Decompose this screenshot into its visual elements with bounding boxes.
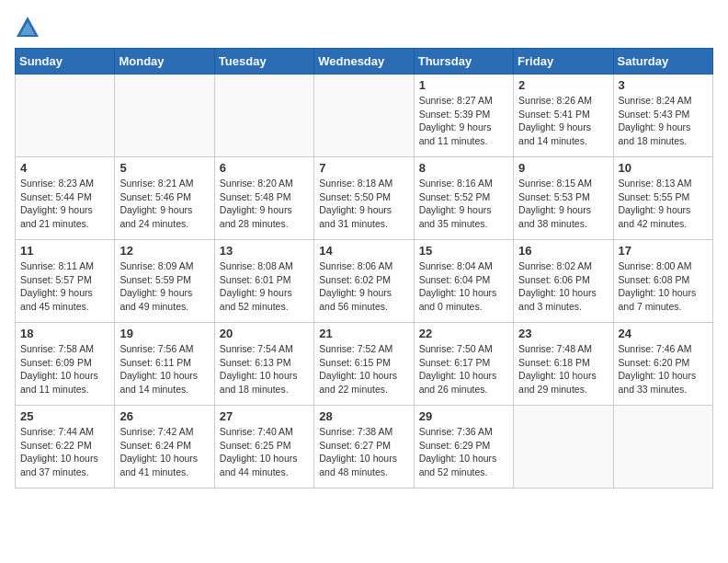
day-of-week-header: Monday bbox=[115, 49, 214, 75]
calendar-cell: 18Sunrise: 7:58 AM Sunset: 6:09 PM Dayli… bbox=[16, 323, 115, 406]
calendar-cell: 21Sunrise: 7:52 AM Sunset: 6:15 PM Dayli… bbox=[314, 323, 414, 406]
calendar-week-row: 1Sunrise: 8:27 AM Sunset: 5:39 PM Daylig… bbox=[16, 75, 713, 157]
day-info: Sunrise: 8:18 AM Sunset: 5:50 PM Dayligh… bbox=[319, 177, 408, 231]
day-number: 3 bbox=[619, 78, 708, 92]
day-number: 17 bbox=[619, 244, 708, 258]
calendar-cell bbox=[514, 406, 613, 488]
day-number: 26 bbox=[119, 409, 209, 423]
day-number: 7 bbox=[319, 161, 408, 175]
day-number: 4 bbox=[20, 161, 109, 175]
calendar-cell: 8Sunrise: 8:16 AM Sunset: 5:52 PM Daylig… bbox=[414, 157, 513, 240]
calendar-cell: 22Sunrise: 7:50 AM Sunset: 6:17 PM Dayli… bbox=[414, 323, 513, 406]
day-of-week-header: Tuesday bbox=[214, 49, 313, 75]
calendar-week-row: 18Sunrise: 7:58 AM Sunset: 6:09 PM Dayli… bbox=[16, 323, 713, 406]
calendar-cell: 12Sunrise: 8:09 AM Sunset: 5:59 PM Dayli… bbox=[115, 240, 214, 323]
calendar-table: SundayMondayTuesdayWednesdayThursdayFrid… bbox=[15, 48, 713, 488]
day-number: 22 bbox=[419, 327, 508, 340]
day-info: Sunrise: 7:52 AM Sunset: 6:15 PM Dayligh… bbox=[319, 342, 408, 396]
day-info: Sunrise: 8:06 AM Sunset: 6:02 PM Dayligh… bbox=[319, 259, 408, 314]
day-number: 21 bbox=[319, 327, 408, 340]
day-number: 23 bbox=[518, 327, 608, 340]
day-info: Sunrise: 7:36 AM Sunset: 6:29 PM Dayligh… bbox=[419, 425, 508, 479]
calendar-cell: 10Sunrise: 8:13 AM Sunset: 5:55 PM Dayli… bbox=[613, 157, 712, 240]
day-number: 25 bbox=[20, 409, 109, 423]
day-info: Sunrise: 8:21 AM Sunset: 5:46 PM Dayligh… bbox=[119, 177, 209, 231]
day-info: Sunrise: 8:13 AM Sunset: 5:55 PM Dayligh… bbox=[619, 177, 708, 231]
calendar-week-row: 11Sunrise: 8:11 AM Sunset: 5:57 PM Dayli… bbox=[16, 240, 713, 323]
calendar-cell: 6Sunrise: 8:20 AM Sunset: 5:48 PM Daylig… bbox=[214, 157, 313, 240]
day-info: Sunrise: 8:04 AM Sunset: 6:04 PM Dayligh… bbox=[419, 259, 508, 314]
day-info: Sunrise: 7:56 AM Sunset: 6:11 PM Dayligh… bbox=[119, 342, 209, 396]
day-info: Sunrise: 8:24 AM Sunset: 5:43 PM Dayligh… bbox=[619, 94, 708, 148]
day-number: 11 bbox=[20, 244, 109, 258]
calendar-cell: 20Sunrise: 7:54 AM Sunset: 6:13 PM Dayli… bbox=[214, 323, 313, 406]
day-number: 2 bbox=[518, 78, 608, 92]
day-info: Sunrise: 8:09 AM Sunset: 5:59 PM Dayligh… bbox=[119, 259, 209, 314]
day-number: 14 bbox=[319, 244, 408, 258]
day-number: 8 bbox=[419, 161, 508, 175]
calendar-week-row: 4Sunrise: 8:23 AM Sunset: 5:44 PM Daylig… bbox=[16, 157, 713, 240]
calendar-cell: 26Sunrise: 7:42 AM Sunset: 6:24 PM Dayli… bbox=[115, 406, 214, 488]
day-of-week-header: Thursday bbox=[414, 49, 513, 75]
calendar-cell: 11Sunrise: 8:11 AM Sunset: 5:57 PM Dayli… bbox=[16, 240, 115, 323]
calendar-cell: 28Sunrise: 7:38 AM Sunset: 6:27 PM Dayli… bbox=[314, 406, 414, 488]
day-info: Sunrise: 7:38 AM Sunset: 6:27 PM Dayligh… bbox=[319, 425, 408, 479]
calendar-cell: 3Sunrise: 8:24 AM Sunset: 5:43 PM Daylig… bbox=[613, 75, 712, 157]
day-number: 27 bbox=[220, 409, 309, 423]
calendar-cell: 5Sunrise: 8:21 AM Sunset: 5:46 PM Daylig… bbox=[115, 157, 214, 240]
day-info: Sunrise: 8:00 AM Sunset: 6:08 PM Dayligh… bbox=[619, 259, 708, 314]
page-header bbox=[15, 15, 713, 40]
logo bbox=[15, 15, 46, 40]
day-number: 1 bbox=[419, 78, 508, 92]
day-number: 9 bbox=[518, 161, 608, 175]
calendar-cell bbox=[115, 75, 214, 157]
calendar-cell: 4Sunrise: 8:23 AM Sunset: 5:44 PM Daylig… bbox=[16, 157, 115, 240]
day-number: 15 bbox=[419, 244, 508, 258]
day-number: 10 bbox=[619, 161, 708, 175]
day-info: Sunrise: 8:20 AM Sunset: 5:48 PM Dayligh… bbox=[220, 177, 309, 231]
day-number: 24 bbox=[619, 327, 708, 340]
day-of-week-header: Saturday bbox=[613, 49, 712, 75]
calendar-cell bbox=[314, 75, 414, 157]
calendar-cell: 24Sunrise: 7:46 AM Sunset: 6:20 PM Dayli… bbox=[613, 323, 712, 406]
day-info: Sunrise: 7:44 AM Sunset: 6:22 PM Dayligh… bbox=[20, 425, 109, 479]
calendar-cell: 27Sunrise: 7:40 AM Sunset: 6:25 PM Dayli… bbox=[214, 406, 313, 488]
day-info: Sunrise: 8:16 AM Sunset: 5:52 PM Dayligh… bbox=[419, 177, 508, 231]
calendar-cell bbox=[214, 75, 313, 157]
day-number: 13 bbox=[220, 244, 309, 258]
day-info: Sunrise: 7:42 AM Sunset: 6:24 PM Dayligh… bbox=[119, 425, 209, 479]
day-info: Sunrise: 8:27 AM Sunset: 5:39 PM Dayligh… bbox=[419, 94, 508, 148]
calendar-cell: 17Sunrise: 8:00 AM Sunset: 6:08 PM Dayli… bbox=[613, 240, 712, 323]
day-of-week-header: Sunday bbox=[16, 49, 115, 75]
calendar-cell: 9Sunrise: 8:15 AM Sunset: 5:53 PM Daylig… bbox=[514, 157, 613, 240]
calendar-header-row: SundayMondayTuesdayWednesdayThursdayFrid… bbox=[16, 49, 713, 75]
logo-icon bbox=[15, 15, 40, 40]
day-number: 19 bbox=[119, 327, 209, 340]
day-number: 16 bbox=[518, 244, 608, 258]
day-info: Sunrise: 8:02 AM Sunset: 6:06 PM Dayligh… bbox=[518, 259, 608, 314]
calendar-cell: 16Sunrise: 8:02 AM Sunset: 6:06 PM Dayli… bbox=[514, 240, 613, 323]
day-info: Sunrise: 8:11 AM Sunset: 5:57 PM Dayligh… bbox=[20, 259, 109, 314]
day-of-week-header: Wednesday bbox=[314, 49, 414, 75]
day-info: Sunrise: 8:23 AM Sunset: 5:44 PM Dayligh… bbox=[20, 177, 109, 231]
day-info: Sunrise: 7:46 AM Sunset: 6:20 PM Dayligh… bbox=[619, 342, 708, 396]
day-number: 28 bbox=[319, 409, 408, 423]
day-number: 29 bbox=[419, 409, 508, 423]
day-number: 6 bbox=[220, 161, 309, 175]
day-info: Sunrise: 8:15 AM Sunset: 5:53 PM Dayligh… bbox=[518, 177, 608, 231]
day-info: Sunrise: 7:40 AM Sunset: 6:25 PM Dayligh… bbox=[220, 425, 309, 479]
day-info: Sunrise: 8:08 AM Sunset: 6:01 PM Dayligh… bbox=[220, 259, 309, 314]
day-number: 5 bbox=[119, 161, 209, 175]
calendar-cell: 29Sunrise: 7:36 AM Sunset: 6:29 PM Dayli… bbox=[414, 406, 513, 488]
calendar-cell: 15Sunrise: 8:04 AM Sunset: 6:04 PM Dayli… bbox=[414, 240, 513, 323]
day-info: Sunrise: 7:50 AM Sunset: 6:17 PM Dayligh… bbox=[419, 342, 508, 396]
calendar-cell: 25Sunrise: 7:44 AM Sunset: 6:22 PM Dayli… bbox=[16, 406, 115, 488]
calendar-cell: 2Sunrise: 8:26 AM Sunset: 5:41 PM Daylig… bbox=[514, 75, 613, 157]
calendar-cell: 1Sunrise: 8:27 AM Sunset: 5:39 PM Daylig… bbox=[414, 75, 513, 157]
day-info: Sunrise: 7:48 AM Sunset: 6:18 PM Dayligh… bbox=[518, 342, 608, 396]
calendar-cell: 13Sunrise: 8:08 AM Sunset: 6:01 PM Dayli… bbox=[214, 240, 313, 323]
day-number: 18 bbox=[20, 327, 109, 340]
day-number: 20 bbox=[220, 327, 309, 340]
day-info: Sunrise: 7:58 AM Sunset: 6:09 PM Dayligh… bbox=[20, 342, 109, 396]
calendar-cell bbox=[16, 75, 115, 157]
